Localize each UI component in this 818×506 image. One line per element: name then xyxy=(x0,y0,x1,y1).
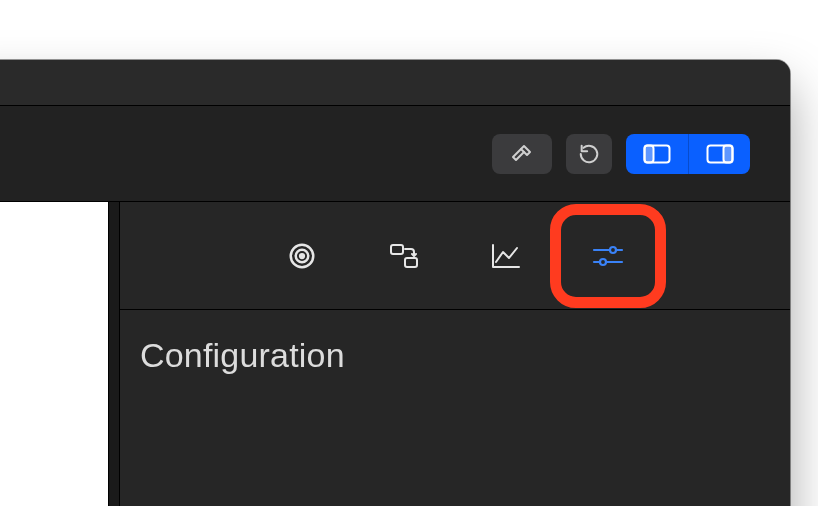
hammer-icon xyxy=(510,142,534,166)
sidebar-right-icon xyxy=(706,144,734,164)
main-toolbar xyxy=(0,106,790,202)
configuration-section: Configuration xyxy=(120,310,790,401)
svg-rect-8 xyxy=(405,258,417,267)
panel-toggle-segment xyxy=(626,134,750,174)
section-title: Configuration xyxy=(140,336,770,375)
vertical-divider[interactable] xyxy=(108,202,120,506)
svg-rect-3 xyxy=(723,145,732,162)
editor-body: Configuration xyxy=(0,202,790,506)
chart-line-icon xyxy=(490,242,522,270)
sliders-icon xyxy=(591,243,625,269)
build-button[interactable] xyxy=(492,134,552,174)
target-icon xyxy=(287,241,317,271)
canvas-area xyxy=(0,202,108,506)
toggle-right-panel-button[interactable] xyxy=(688,134,750,174)
connections-icon xyxy=(387,241,421,271)
refresh-icon xyxy=(578,143,600,165)
toggle-left-panel-button[interactable] xyxy=(626,134,688,174)
svg-rect-7 xyxy=(391,245,403,254)
svg-rect-1 xyxy=(645,145,654,162)
sidebar-left-icon xyxy=(643,144,671,164)
tab-target[interactable] xyxy=(282,236,322,276)
refresh-button[interactable] xyxy=(566,134,612,174)
svg-point-10 xyxy=(610,247,616,253)
svg-point-12 xyxy=(600,259,606,265)
inspector-panel: Configuration xyxy=(120,202,790,506)
svg-point-6 xyxy=(300,254,304,258)
tab-metrics[interactable] xyxy=(486,236,526,276)
window-titlebar xyxy=(0,60,790,106)
inspector-tabbar xyxy=(120,202,790,310)
tab-configuration[interactable] xyxy=(588,236,628,276)
app-window: Configuration xyxy=(0,60,790,506)
tab-connections[interactable] xyxy=(384,236,424,276)
